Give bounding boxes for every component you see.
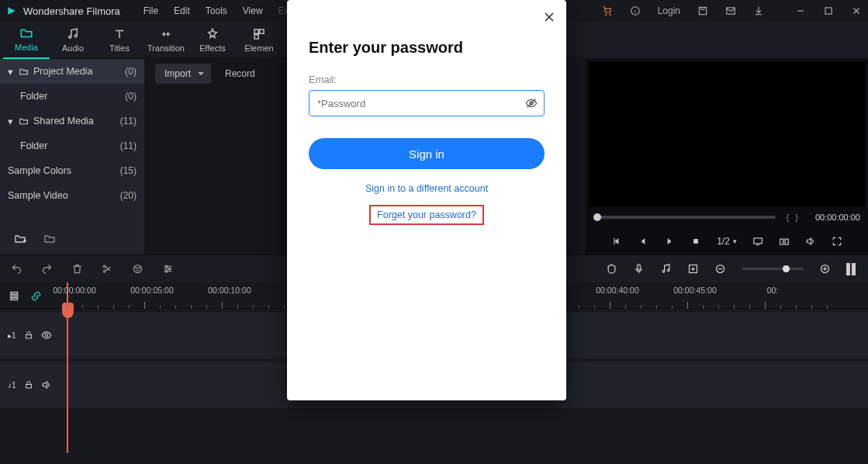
sidebar-item-count: (20) [120, 190, 137, 201]
adjust-icon[interactable] [162, 263, 174, 275]
color-icon[interactable] [132, 263, 144, 275]
tab-elements[interactable]: Elemen [236, 22, 282, 59]
tab-transition-label: Transition [147, 43, 185, 53]
info-icon[interactable] [630, 5, 641, 16]
play-back-icon[interactable] [638, 236, 648, 247]
folder-icon[interactable] [43, 233, 56, 245]
svg-point-36 [134, 265, 142, 273]
menu-view[interactable]: View [243, 5, 263, 16]
sidebar-item-label: Sample Colors [8, 165, 71, 176]
zoom-out-icon[interactable] [714, 263, 726, 275]
svg-rect-29 [780, 239, 789, 244]
svg-point-39 [137, 270, 138, 271]
delete-icon[interactable] [71, 263, 83, 275]
mic-icon[interactable] [633, 263, 645, 275]
signin-button[interactable]: Sign in [309, 138, 545, 169]
speed-selector[interactable]: 1/2▾ [717, 236, 737, 247]
menu-tools[interactable]: Tools [206, 5, 227, 16]
tab-media-label: Media [15, 43, 38, 52]
email-label: Email: [309, 74, 545, 85]
sidebar-item-folder[interactable]: Folder (11) [0, 133, 144, 158]
sidebar-item-shared-media[interactable]: ▾Shared Media (11) [0, 109, 144, 133]
zoom-in-icon[interactable] [819, 263, 831, 275]
split-icon[interactable] [102, 263, 113, 275]
display-icon[interactable] [752, 236, 763, 247]
svg-rect-10 [825, 8, 832, 14]
tab-transition[interactable]: Transition [143, 22, 189, 59]
svg-rect-56 [11, 292, 18, 294]
redo-icon[interactable] [41, 263, 53, 275]
download-icon[interactable] [753, 5, 764, 16]
mail-icon[interactable] [725, 5, 736, 16]
svg-rect-17 [254, 29, 258, 33]
music-note-icon[interactable] [660, 263, 672, 275]
preview-screen [589, 62, 865, 206]
sidebar-item-folder[interactable]: Folder (0) [0, 84, 144, 109]
close-icon[interactable] [541, 9, 557, 25]
svg-rect-61 [26, 385, 31, 389]
play-icon[interactable] [664, 236, 675, 247]
stop-icon[interactable] [690, 236, 701, 247]
svg-rect-23 [614, 238, 615, 244]
crop-icon[interactable] [687, 263, 699, 275]
tab-media[interactable]: Media [3, 22, 50, 59]
speaker-icon[interactable] [41, 379, 52, 390]
close-window-icon[interactable] [851, 5, 862, 16]
sidebar-item-label: Project Media [33, 66, 92, 77]
svg-point-48 [667, 269, 669, 272]
sidebar-item-label: Folder [20, 140, 47, 151]
password-modal: Enter your password Email: Sign in Sign … [287, 0, 566, 400]
undo-icon[interactable] [11, 263, 22, 275]
cart-icon[interactable] [602, 5, 613, 16]
track-manage-icon[interactable] [9, 290, 21, 302]
sidebar-item-label: Sample Video [8, 190, 68, 201]
menu-edit[interactable]: Edit [174, 5, 190, 16]
fullscreen-icon[interactable] [832, 236, 842, 247]
new-folder-icon[interactable] [14, 233, 26, 245]
record-button[interactable]: Record [219, 68, 261, 79]
svg-rect-19 [254, 35, 258, 39]
eye-icon[interactable] [41, 330, 52, 341]
tab-titles-label: Titles [109, 43, 130, 53]
save-icon[interactable] [697, 5, 708, 16]
sidebar-item-project-media[interactable]: ▾Project Media (0) [0, 59, 144, 84]
sidebar-item-sample-colors[interactable]: Sample Colors (15) [0, 158, 144, 183]
svg-point-14 [74, 35, 77, 37]
svg-point-60 [45, 334, 48, 337]
svg-rect-18 [260, 29, 264, 33]
tab-audio[interactable]: Audio [50, 22, 96, 59]
menu-bar: File Edit Tools View Export [144, 5, 306, 16]
mark-in-icon[interactable]: { [787, 213, 796, 222]
mark-out-icon[interactable]: } [795, 213, 804, 222]
snapshot-icon[interactable] [779, 236, 790, 247]
preview-panel: {} 00:00:00:00 1/2▾ [586, 59, 868, 255]
minimize-icon[interactable] [795, 5, 806, 16]
lock-icon[interactable] [24, 331, 33, 340]
volume-icon[interactable] [805, 236, 816, 247]
step-back-icon[interactable] [611, 236, 622, 247]
menu-file[interactable]: File [144, 5, 158, 16]
forgot-password-link[interactable]: Forget your password? [369, 205, 484, 225]
app-logo-icon [6, 5, 17, 16]
svg-point-13 [69, 36, 71, 38]
maximize-icon[interactable] [823, 5, 834, 16]
svg-point-30 [783, 241, 786, 244]
signin-different-link[interactable]: Sign in to a different account [309, 183, 545, 194]
zoom-slider[interactable] [742, 268, 804, 270]
sidebar-item-count: (0) [125, 91, 137, 102]
svg-marker-62 [43, 382, 47, 388]
sidebar-item-sample-video[interactable]: Sample Video (20) [0, 183, 144, 208]
eye-off-icon[interactable] [525, 97, 538, 109]
tab-effects-label: Effects [199, 43, 225, 53]
lock-icon[interactable] [24, 380, 33, 390]
import-button[interactable]: Import [155, 64, 211, 84]
login-button[interactable]: Login [658, 5, 680, 16]
marker-icon[interactable] [606, 263, 617, 275]
tab-effects[interactable]: Effects [189, 22, 236, 59]
preview-seek-slider[interactable] [593, 216, 776, 219]
tab-titles[interactable]: Titles [96, 22, 143, 59]
link-icon[interactable] [30, 290, 42, 302]
video-track-badge: ▸1 [8, 331, 16, 340]
password-input[interactable] [309, 90, 545, 116]
svg-rect-26 [693, 239, 698, 244]
